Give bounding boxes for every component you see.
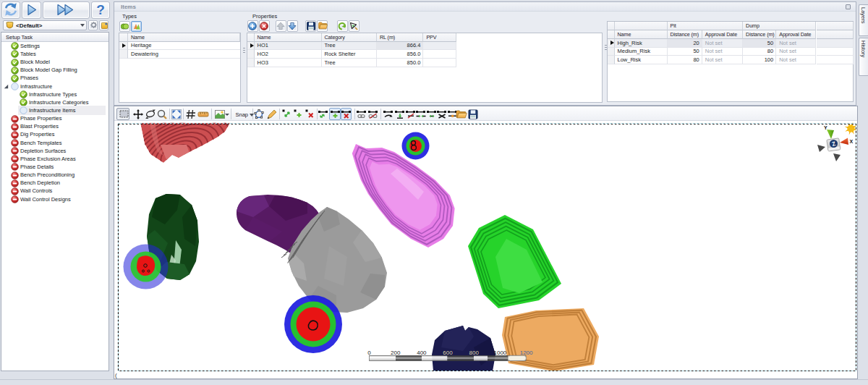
svg-text:800: 800 <box>469 350 480 356</box>
svg-text:600: 600 <box>443 350 453 356</box>
svg-text:X: X <box>850 139 854 144</box>
svg-text:400: 400 <box>417 350 427 356</box>
svg-text:200: 200 <box>391 350 401 356</box>
svg-text:0: 0 <box>367 350 371 356</box>
svg-text:Y: Y <box>824 125 827 130</box>
svg-text:1000: 1000 <box>494 350 507 356</box>
svg-text:1200: 1200 <box>520 350 533 356</box>
